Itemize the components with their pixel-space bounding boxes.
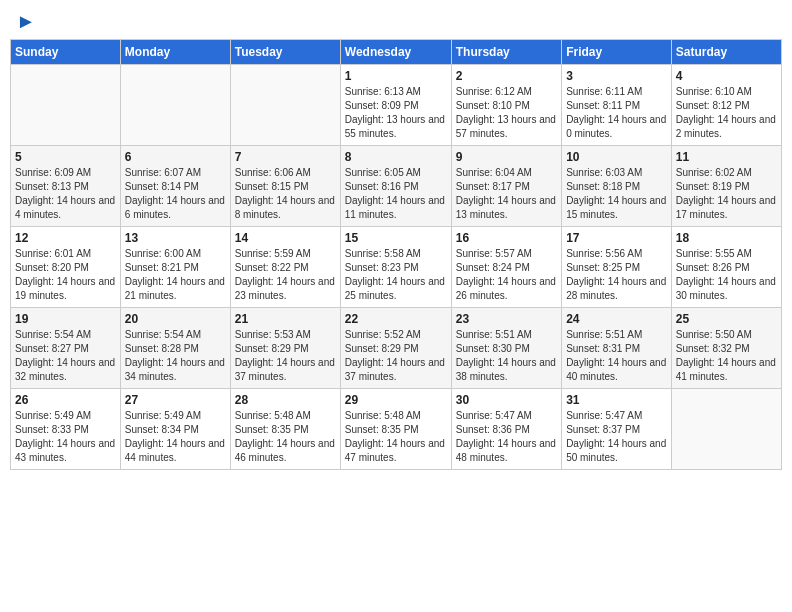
calendar-cell: 11 Sunrise: 6:02 AMSunset: 8:19 PMDaylig… bbox=[671, 146, 781, 227]
calendar-cell: 3 Sunrise: 6:11 AMSunset: 8:11 PMDayligh… bbox=[562, 65, 672, 146]
calendar-cell: 4 Sunrise: 6:10 AMSunset: 8:12 PMDayligh… bbox=[671, 65, 781, 146]
calendar-table: SundayMondayTuesdayWednesdayThursdayFrid… bbox=[10, 39, 782, 470]
week-row-3: 12 Sunrise: 6:01 AMSunset: 8:20 PMDaylig… bbox=[11, 227, 782, 308]
calendar-cell: 21 Sunrise: 5:53 AMSunset: 8:29 PMDaylig… bbox=[230, 308, 340, 389]
calendar-cell: 25 Sunrise: 5:50 AMSunset: 8:32 PMDaylig… bbox=[671, 308, 781, 389]
day-info: Sunrise: 5:57 AMSunset: 8:24 PMDaylight:… bbox=[456, 247, 557, 303]
day-number: 19 bbox=[15, 312, 116, 326]
logo: ► bbox=[14, 10, 36, 33]
day-info: Sunrise: 5:47 AMSunset: 8:37 PMDaylight:… bbox=[566, 409, 667, 465]
weekday-header-tuesday: Tuesday bbox=[230, 40, 340, 65]
calendar-cell: 17 Sunrise: 5:56 AMSunset: 8:25 PMDaylig… bbox=[562, 227, 672, 308]
day-number: 31 bbox=[566, 393, 667, 407]
calendar-cell bbox=[671, 389, 781, 470]
day-number: 14 bbox=[235, 231, 336, 245]
calendar-cell: 8 Sunrise: 6:05 AMSunset: 8:16 PMDayligh… bbox=[340, 146, 451, 227]
day-info: Sunrise: 6:09 AMSunset: 8:13 PMDaylight:… bbox=[15, 166, 116, 222]
week-row-5: 26 Sunrise: 5:49 AMSunset: 8:33 PMDaylig… bbox=[11, 389, 782, 470]
weekday-header-row: SundayMondayTuesdayWednesdayThursdayFrid… bbox=[11, 40, 782, 65]
calendar-cell: 14 Sunrise: 5:59 AMSunset: 8:22 PMDaylig… bbox=[230, 227, 340, 308]
day-info: Sunrise: 5:50 AMSunset: 8:32 PMDaylight:… bbox=[676, 328, 777, 384]
calendar-cell: 6 Sunrise: 6:07 AMSunset: 8:14 PMDayligh… bbox=[120, 146, 230, 227]
day-number: 26 bbox=[15, 393, 116, 407]
calendar-cell: 31 Sunrise: 5:47 AMSunset: 8:37 PMDaylig… bbox=[562, 389, 672, 470]
weekday-header-wednesday: Wednesday bbox=[340, 40, 451, 65]
calendar-cell: 30 Sunrise: 5:47 AMSunset: 8:36 PMDaylig… bbox=[451, 389, 561, 470]
day-info: Sunrise: 5:56 AMSunset: 8:25 PMDaylight:… bbox=[566, 247, 667, 303]
calendar-cell: 15 Sunrise: 5:58 AMSunset: 8:23 PMDaylig… bbox=[340, 227, 451, 308]
week-row-1: 1 Sunrise: 6:13 AMSunset: 8:09 PMDayligh… bbox=[11, 65, 782, 146]
day-info: Sunrise: 6:10 AMSunset: 8:12 PMDaylight:… bbox=[676, 85, 777, 141]
day-number: 12 bbox=[15, 231, 116, 245]
day-number: 17 bbox=[566, 231, 667, 245]
weekday-header-saturday: Saturday bbox=[671, 40, 781, 65]
day-number: 30 bbox=[456, 393, 557, 407]
calendar-cell: 2 Sunrise: 6:12 AMSunset: 8:10 PMDayligh… bbox=[451, 65, 561, 146]
day-info: Sunrise: 5:49 AMSunset: 8:33 PMDaylight:… bbox=[15, 409, 116, 465]
day-info: Sunrise: 5:53 AMSunset: 8:29 PMDaylight:… bbox=[235, 328, 336, 384]
weekday-header-monday: Monday bbox=[120, 40, 230, 65]
day-number: 23 bbox=[456, 312, 557, 326]
day-info: Sunrise: 5:55 AMSunset: 8:26 PMDaylight:… bbox=[676, 247, 777, 303]
calendar-cell bbox=[11, 65, 121, 146]
calendar-cell: 13 Sunrise: 6:00 AMSunset: 8:21 PMDaylig… bbox=[120, 227, 230, 308]
calendar-cell: 16 Sunrise: 5:57 AMSunset: 8:24 PMDaylig… bbox=[451, 227, 561, 308]
calendar-cell: 18 Sunrise: 5:55 AMSunset: 8:26 PMDaylig… bbox=[671, 227, 781, 308]
day-number: 21 bbox=[235, 312, 336, 326]
day-number: 18 bbox=[676, 231, 777, 245]
week-row-4: 19 Sunrise: 5:54 AMSunset: 8:27 PMDaylig… bbox=[11, 308, 782, 389]
day-info: Sunrise: 6:05 AMSunset: 8:16 PMDaylight:… bbox=[345, 166, 447, 222]
weekday-header-thursday: Thursday bbox=[451, 40, 561, 65]
day-number: 10 bbox=[566, 150, 667, 164]
calendar-cell: 29 Sunrise: 5:48 AMSunset: 8:35 PMDaylig… bbox=[340, 389, 451, 470]
day-info: Sunrise: 6:11 AMSunset: 8:11 PMDaylight:… bbox=[566, 85, 667, 141]
day-info: Sunrise: 5:47 AMSunset: 8:36 PMDaylight:… bbox=[456, 409, 557, 465]
logo-bird-icon: ► bbox=[16, 10, 36, 33]
day-info: Sunrise: 5:48 AMSunset: 8:35 PMDaylight:… bbox=[235, 409, 336, 465]
day-info: Sunrise: 6:12 AMSunset: 8:10 PMDaylight:… bbox=[456, 85, 557, 141]
day-number: 28 bbox=[235, 393, 336, 407]
day-info: Sunrise: 5:51 AMSunset: 8:31 PMDaylight:… bbox=[566, 328, 667, 384]
calendar-cell: 20 Sunrise: 5:54 AMSunset: 8:28 PMDaylig… bbox=[120, 308, 230, 389]
day-info: Sunrise: 6:06 AMSunset: 8:15 PMDaylight:… bbox=[235, 166, 336, 222]
day-number: 2 bbox=[456, 69, 557, 83]
day-number: 27 bbox=[125, 393, 226, 407]
day-info: Sunrise: 5:51 AMSunset: 8:30 PMDaylight:… bbox=[456, 328, 557, 384]
day-info: Sunrise: 5:58 AMSunset: 8:23 PMDaylight:… bbox=[345, 247, 447, 303]
day-number: 4 bbox=[676, 69, 777, 83]
day-number: 13 bbox=[125, 231, 226, 245]
day-number: 5 bbox=[15, 150, 116, 164]
calendar-cell: 1 Sunrise: 6:13 AMSunset: 8:09 PMDayligh… bbox=[340, 65, 451, 146]
day-number: 11 bbox=[676, 150, 777, 164]
calendar-cell: 28 Sunrise: 5:48 AMSunset: 8:35 PMDaylig… bbox=[230, 389, 340, 470]
day-info: Sunrise: 5:48 AMSunset: 8:35 PMDaylight:… bbox=[345, 409, 447, 465]
weekday-header-friday: Friday bbox=[562, 40, 672, 65]
day-number: 22 bbox=[345, 312, 447, 326]
calendar-cell: 7 Sunrise: 6:06 AMSunset: 8:15 PMDayligh… bbox=[230, 146, 340, 227]
calendar-cell: 10 Sunrise: 6:03 AMSunset: 8:18 PMDaylig… bbox=[562, 146, 672, 227]
calendar-cell: 12 Sunrise: 6:01 AMSunset: 8:20 PMDaylig… bbox=[11, 227, 121, 308]
calendar-cell: 26 Sunrise: 5:49 AMSunset: 8:33 PMDaylig… bbox=[11, 389, 121, 470]
calendar-cell bbox=[120, 65, 230, 146]
day-info: Sunrise: 5:52 AMSunset: 8:29 PMDaylight:… bbox=[345, 328, 447, 384]
day-info: Sunrise: 6:03 AMSunset: 8:18 PMDaylight:… bbox=[566, 166, 667, 222]
calendar-cell: 23 Sunrise: 5:51 AMSunset: 8:30 PMDaylig… bbox=[451, 308, 561, 389]
day-info: Sunrise: 6:00 AMSunset: 8:21 PMDaylight:… bbox=[125, 247, 226, 303]
week-row-2: 5 Sunrise: 6:09 AMSunset: 8:13 PMDayligh… bbox=[11, 146, 782, 227]
day-info: Sunrise: 6:13 AMSunset: 8:09 PMDaylight:… bbox=[345, 85, 447, 141]
day-info: Sunrise: 6:04 AMSunset: 8:17 PMDaylight:… bbox=[456, 166, 557, 222]
calendar-cell: 22 Sunrise: 5:52 AMSunset: 8:29 PMDaylig… bbox=[340, 308, 451, 389]
calendar-cell: 24 Sunrise: 5:51 AMSunset: 8:31 PMDaylig… bbox=[562, 308, 672, 389]
calendar-cell: 19 Sunrise: 5:54 AMSunset: 8:27 PMDaylig… bbox=[11, 308, 121, 389]
day-info: Sunrise: 5:54 AMSunset: 8:28 PMDaylight:… bbox=[125, 328, 226, 384]
day-number: 9 bbox=[456, 150, 557, 164]
day-number: 6 bbox=[125, 150, 226, 164]
day-number: 1 bbox=[345, 69, 447, 83]
calendar-cell: 5 Sunrise: 6:09 AMSunset: 8:13 PMDayligh… bbox=[11, 146, 121, 227]
calendar-cell: 9 Sunrise: 6:04 AMSunset: 8:17 PMDayligh… bbox=[451, 146, 561, 227]
day-info: Sunrise: 5:54 AMSunset: 8:27 PMDaylight:… bbox=[15, 328, 116, 384]
day-number: 15 bbox=[345, 231, 447, 245]
day-info: Sunrise: 6:02 AMSunset: 8:19 PMDaylight:… bbox=[676, 166, 777, 222]
weekday-header-sunday: Sunday bbox=[11, 40, 121, 65]
day-number: 3 bbox=[566, 69, 667, 83]
